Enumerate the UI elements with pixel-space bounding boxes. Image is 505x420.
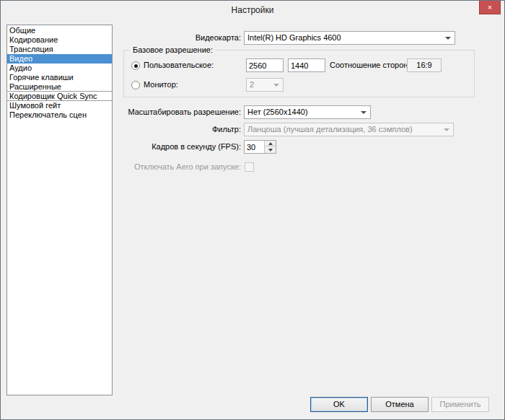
downscale-label: Масштабировать разрешение: [73,105,241,119]
settings-window: Настройки × Общие Кодирование Трансляция… [0,0,505,420]
monitor-select-value: 2 [250,79,270,91]
video-adapter-select[interactable]: Intel(R) HD Graphics 4600 [244,31,455,45]
monitor-resolution-radio[interactable] [131,81,140,89]
fps-spinner [244,140,276,154]
disable-aero-label: Отключать Aero при запуске: [73,160,241,174]
resolution-width-input[interactable] [246,58,284,72]
monitor-label: Монитор: [144,78,178,92]
cancel-button[interactable]: Отмена [371,397,429,412]
chevron-down-icon [445,37,451,40]
chevron-down-icon [444,128,449,131]
close-button[interactable]: × [479,1,501,14]
aspect-ratio-value: 16:9 [407,58,442,72]
chevron-down-icon [273,84,279,87]
video-adapter-value: Intel(R) HD Graphics 4600 [247,32,442,44]
triangle-down-icon [268,149,273,152]
filter-label: Фильтр: [73,123,241,136]
base-resolution-group-label: Базовое разрешение: [130,45,216,56]
monitor-select[interactable]: 2 [246,78,284,92]
sidebar-item-hotkeys[interactable]: Горячие клавиши [7,73,112,82]
chevron-down-icon [361,111,366,114]
custom-resolution-label: Пользовательское: [144,58,214,72]
fps-spin-down-button[interactable] [264,146,276,153]
filter-select[interactable]: Ланцоша (лучшая детализация, 36 сэмплов) [244,123,454,136]
aspect-ratio-label: Соотношение сторон: [330,58,410,72]
resolution-height-input[interactable] [288,58,325,72]
window-title: Настройки [1,1,504,19]
video-adapter-label: Видеокарта: [109,31,241,45]
sidebar-item-broadcast[interactable]: Трансляция [7,45,112,54]
apply-button[interactable]: Применить [431,397,489,412]
sidebar-item-video[interactable]: Видео [7,54,112,64]
fps-label: Кадров в секунду (FPS): [73,140,241,154]
filter-value: Ланцоша (лучшая детализация, 36 сэмплов) [247,123,440,136]
sidebar-item-advanced[interactable]: Расширенные [7,82,112,92]
downscale-select[interactable]: Нет (2560x1440) [244,105,371,119]
disable-aero-checkbox[interactable] [245,162,254,172]
fps-input[interactable] [245,141,264,153]
fps-spin-up-button[interactable] [264,141,276,146]
settings-category-list: Общие Кодирование Трансляция Видео Аудио… [6,25,113,395]
sidebar-item-encoding[interactable]: Кодирование [7,35,112,45]
downscale-value: Нет (2560x1440) [247,106,357,118]
sidebar-item-audio[interactable]: Аудио [7,64,112,73]
sidebar-item-quicksync-encoder[interactable]: Кодировщик Quick Sync [7,92,112,101]
sidebar-item-general[interactable]: Общие [7,26,112,35]
close-icon: × [488,4,492,12]
ok-button[interactable]: OK [310,397,368,412]
triangle-up-icon [268,142,273,145]
titlebar[interactable]: Настройки × [1,1,504,21]
custom-resolution-radio[interactable] [131,61,140,70]
